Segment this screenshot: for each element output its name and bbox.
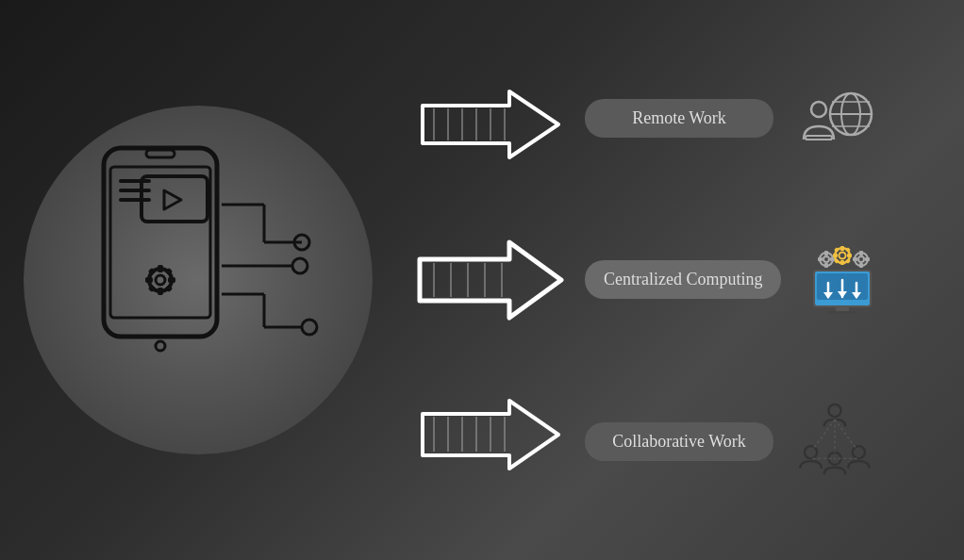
- svg-rect-69: [824, 251, 828, 255]
- svg-rect-2: [146, 150, 175, 157]
- svg-point-84: [858, 256, 864, 262]
- remote-work-label: Remote Work: [585, 99, 773, 138]
- svg-point-54: [811, 102, 826, 117]
- remote-work-row: Remote Work: [585, 76, 955, 161]
- svg-rect-14: [168, 277, 175, 283]
- svg-point-68: [823, 256, 829, 262]
- collaborative-work-icon: [792, 404, 877, 479]
- arrow-3: [415, 388, 566, 483]
- centralized-computing-icon-container: [795, 238, 889, 322]
- svg-rect-87: [853, 257, 857, 261]
- svg-rect-76: [840, 260, 844, 265]
- svg-point-28: [302, 320, 317, 335]
- remote-work-icon: [792, 81, 877, 156]
- svg-rect-7: [141, 176, 208, 222]
- svg-rect-77: [833, 254, 838, 257]
- svg-rect-70: [824, 263, 828, 268]
- svg-rect-11: [158, 265, 163, 272]
- svg-point-91: [853, 446, 865, 458]
- remote-work-icon-container: [788, 76, 882, 161]
- svg-rect-71: [818, 257, 823, 261]
- svg-rect-75: [840, 246, 844, 251]
- svg-marker-36: [420, 242, 561, 318]
- svg-point-10: [156, 275, 165, 285]
- svg-rect-13: [145, 277, 153, 283]
- svg-rect-86: [859, 263, 863, 268]
- arrows-section: [396, 0, 585, 560]
- svg-rect-85: [859, 251, 863, 255]
- main-container: Remote Work: [0, 0, 964, 560]
- svg-rect-78: [847, 254, 852, 257]
- svg-point-74: [839, 252, 846, 258]
- arrow-top-icon: [415, 77, 566, 172]
- svg-rect-12: [158, 288, 163, 295]
- collaborative-work-row: Collaborative Work: [585, 399, 955, 484]
- arrow-2: [415, 233, 566, 327]
- phone-illustration: [47, 129, 349, 431]
- svg-point-24: [292, 258, 307, 273]
- svg-rect-88: [865, 257, 870, 261]
- circle-background: [24, 106, 373, 454]
- arrow-middle-icon: [415, 233, 566, 327]
- svg-point-89: [828, 404, 840, 417]
- svg-rect-60: [828, 311, 856, 314]
- svg-point-90: [805, 446, 817, 458]
- arrow-1: [415, 77, 566, 172]
- right-section: Remote Work: [585, 0, 964, 560]
- arrow-bottom-icon: [415, 388, 566, 483]
- collaborative-work-label: Collaborative Work: [585, 422, 773, 461]
- left-section: [0, 0, 396, 560]
- centralized-computing-row: Centralized Computing: [585, 238, 955, 322]
- svg-point-3: [156, 341, 165, 351]
- centralized-computing-label: Centralized Computing: [585, 260, 781, 299]
- centralized-computing-icon: [800, 242, 885, 318]
- collaborative-work-icon-container: [788, 399, 882, 484]
- svg-marker-8: [164, 190, 181, 209]
